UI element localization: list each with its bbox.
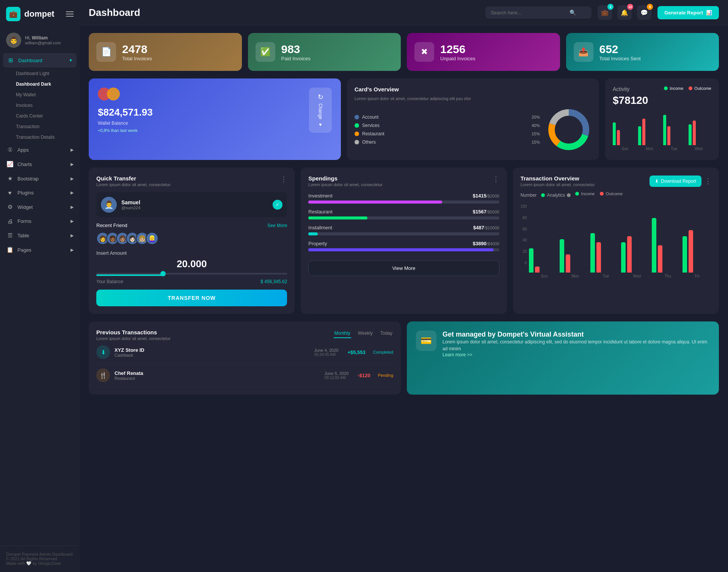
table-icon: ☰ xyxy=(6,232,14,239)
bell-button[interactable]: 🔔 12 xyxy=(617,5,632,20)
tab-today[interactable]: Today xyxy=(380,329,393,338)
download-report-button[interactable]: ⬇ Download Report xyxy=(650,176,701,187)
spending-property-amount: $3890 xyxy=(473,241,486,246)
spending-investment-max: /$2000 xyxy=(486,194,499,198)
installment-progress-fill xyxy=(308,232,318,235)
friend-6[interactable]: 👱‍♀️ xyxy=(146,232,158,245)
tx-outcome-legend: Outcome xyxy=(600,191,623,196)
sidebar-item-charts[interactable]: 📈 Charts ▶ xyxy=(0,157,80,171)
activity-bar-group xyxy=(638,119,661,145)
search-input[interactable] xyxy=(491,10,566,16)
spendings-menu[interactable]: ⋮ xyxy=(493,175,499,183)
sub-dashboard-dark[interactable]: Dashboard Dark xyxy=(0,79,80,89)
chart-label: Sun xyxy=(621,147,628,151)
tab-weekly[interactable]: Weekly xyxy=(357,329,373,338)
sub-transaction[interactable]: Transaction xyxy=(0,121,80,132)
sub-my-wallet[interactable]: My Wallet xyxy=(0,89,80,100)
cards-legend: Account 20% Services 40% Restaurant 15% xyxy=(355,114,540,145)
footer-brand: Dompet Payment Admin Dashboard xyxy=(6,552,74,556)
main-content: Dashboard 🔍 💼 2 🔔 12 💬 8 Generate Report… xyxy=(80,0,728,572)
unpaid-invoices-icon: ✖ xyxy=(414,42,434,62)
sidebar-item-widget[interactable]: ⚙ Widget ▶ xyxy=(0,200,80,214)
sidebar-item-table[interactable]: ☰ Table ▶ xyxy=(0,228,80,243)
dashboard-icon: ⊞ xyxy=(7,57,14,64)
tx-income-bar xyxy=(529,248,533,273)
briefcase-badge: 2 xyxy=(607,4,613,10)
sub-invoices[interactable]: Invoices xyxy=(0,100,80,111)
installment-progress-bg xyxy=(308,232,499,235)
tx-income-legend: Income xyxy=(575,191,595,196)
generate-report-button[interactable]: Generate Report 📊 xyxy=(657,6,719,19)
tx-bar-chart xyxy=(529,204,711,273)
hamburger-button[interactable] xyxy=(66,11,74,17)
quick-transfer-subtitle: Lorem ipsum dolor sit amet, consectetur xyxy=(96,182,171,187)
outcome-bar xyxy=(667,126,670,145)
view-more-button[interactable]: View More xyxy=(308,260,499,276)
va-icon: 💳 xyxy=(416,331,436,351)
transfer-amount-display: 20.000 xyxy=(96,258,287,270)
chat-button[interactable]: 💬 8 xyxy=(637,5,651,20)
transfer-slider[interactable] xyxy=(96,273,287,276)
recent-friend-section: Recent Friend See More xyxy=(96,223,287,228)
plugins-label: Plugins xyxy=(17,190,34,196)
sub-dashboard-light[interactable]: Dashboard Light xyxy=(0,68,80,79)
stat-cards: 📄 2478 Total Invoices ✅ 983 Paid Invoice… xyxy=(89,33,719,71)
tx-chart-legend: Income Outcome xyxy=(575,191,623,196)
tx-bars-container: SunMonTueWedThuFri xyxy=(529,204,711,278)
bell-badge: 12 xyxy=(627,4,633,10)
services-pct: 40% xyxy=(532,123,540,128)
wallet-change: +0,8% than last week xyxy=(98,128,304,133)
sub-transaction-details[interactable]: Transaction Details xyxy=(0,132,80,143)
others-dot xyxy=(355,140,359,144)
activity-bar-group xyxy=(613,122,636,145)
sidebar-item-forms[interactable]: 🖨 Forms ▶ xyxy=(0,214,80,228)
total-sent-label: Total Invoices Sent xyxy=(599,56,641,61)
income-label: Income xyxy=(670,86,683,91)
others-pct: 15% xyxy=(532,140,540,144)
analytics-toggle[interactable]: Analytics xyxy=(541,193,571,198)
see-more-link[interactable]: See More xyxy=(267,223,287,228)
income-bar xyxy=(638,126,641,145)
paid-invoices-icon: ✅ xyxy=(256,42,275,62)
sidebar-item-pages[interactable]: 📋 Pages ▶ xyxy=(0,243,80,257)
tx-y-label: 80 xyxy=(521,216,527,220)
income-bar xyxy=(663,115,666,145)
outcome-bar xyxy=(693,121,696,145)
spending-property-name: Property xyxy=(308,241,327,246)
total-invoices-icon: 📄 xyxy=(96,42,116,62)
briefcase-button[interactable]: 💼 2 xyxy=(598,5,612,20)
widget-label: Widget xyxy=(17,204,33,210)
tx-overview-menu[interactable]: ⋮ xyxy=(704,177,711,185)
change-text: Change xyxy=(318,103,323,119)
sidebar-item-plugins[interactable]: ♥ Plugins ▶ xyxy=(0,186,80,200)
cards-overview-title: Card's Overview xyxy=(355,86,592,92)
tx-overview-subtitle: Lorem ipsum dolor sit amet, consectetur xyxy=(521,182,595,187)
footer-made-with: Made with 🤍 by DesignZone xyxy=(6,561,74,566)
dashboard-label: Dashboard xyxy=(18,58,42,63)
sidebar-item-apps[interactable]: ① Apps ▶ xyxy=(0,143,80,157)
account-pct: 20% xyxy=(532,115,540,119)
sidebar-item-bootstrap[interactable]: ★ Bootstrap ▶ xyxy=(0,171,80,186)
sidebar-item-dashboard[interactable]: ⊞ Dashboard ▼ xyxy=(3,53,77,67)
sidebar: 💼 dompet 👨 Hi, William william@gmail.com… xyxy=(0,0,80,572)
analytics-dot-green xyxy=(541,193,545,197)
transfer-now-button[interactable]: TRANSFER NOW xyxy=(96,290,287,306)
logo-icon: 💼 xyxy=(6,7,20,21)
chart-label: Tue xyxy=(671,147,677,151)
search-icon: 🔍 xyxy=(570,9,576,16)
transfer-avatar: 👨‍💼 xyxy=(101,197,117,213)
wallet-change-button[interactable]: ↻ Change ▼ xyxy=(309,88,332,133)
tx-outcome-bar xyxy=(658,245,662,273)
va-title: Get managed by Dompet's Virtual Assistan… xyxy=(442,331,710,338)
generate-report-label: Generate Report xyxy=(664,10,703,16)
friend-avatars: 👩 👩🏾 👩🏽 👩🏻 👧🏼 👱‍♀️ xyxy=(96,232,287,245)
user-info: Hi, William william@gmail.com xyxy=(25,35,61,45)
balance-label: Your Balance xyxy=(96,279,123,284)
tx-y-label: 0 xyxy=(521,261,527,265)
legend-others: Others 15% xyxy=(355,139,540,145)
learn-more-link[interactable]: Learn more >> xyxy=(442,352,710,357)
tab-monthly[interactable]: Monthly xyxy=(334,329,351,338)
chart-label: Wed xyxy=(695,147,702,151)
sub-cards-center[interactable]: Cards Center xyxy=(0,111,80,121)
quick-transfer-menu[interactable]: ⋮ xyxy=(280,175,287,183)
